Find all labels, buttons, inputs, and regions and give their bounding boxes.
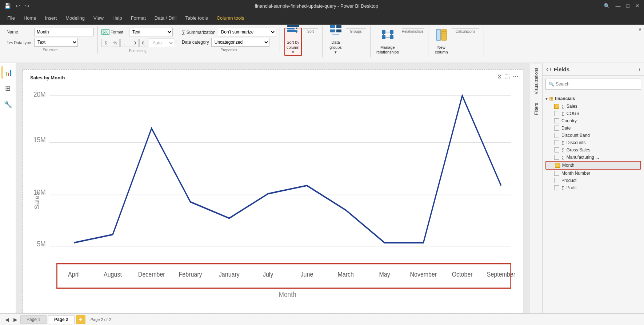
search-titlebar-icon[interactable]: 🔍	[604, 3, 610, 9]
menu-data-drill[interactable]: Data / Drill	[150, 14, 181, 22]
save-icon[interactable]: 💾	[4, 3, 11, 9]
structure-label: Structure	[7, 48, 94, 52]
field-checkbox-discount-band[interactable]	[554, 133, 559, 138]
menu-table-tools[interactable]: Table tools	[181, 14, 212, 22]
formatting-label: Formatting	[101, 49, 174, 53]
undo-icon[interactable]: ↩	[16, 3, 20, 9]
pct-btn[interactable]: %	[111, 39, 120, 47]
field-item-discounts[interactable]: ∑ Discounts	[545, 139, 641, 146]
comma-btn[interactable]: ,	[120, 39, 129, 47]
sidebar-report-icon[interactable]: 📊	[1, 66, 15, 79]
menu-column-tools[interactable]: Column tools	[212, 14, 249, 22]
auto-select[interactable]: Auto	[149, 39, 174, 47]
format-label: $% Format	[101, 30, 127, 34]
field-label-profit: Profit	[567, 185, 577, 190]
chart-toolbar: ⧖ ⬚ ⋯	[497, 73, 519, 80]
page-prev-btn[interactable]: ◀	[4, 316, 11, 323]
manage-relationships-icon	[381, 29, 394, 44]
field-checkbox-month-number[interactable]	[554, 171, 559, 176]
ribbon-group-groups: Datagroups ▾ Groups	[323, 26, 371, 58]
menu-file[interactable]: File	[3, 14, 19, 22]
field-item-cogs[interactable]: ∑ COGS	[545, 110, 641, 117]
field-checkbox-month[interactable]: ✓	[555, 163, 560, 168]
menu-home[interactable]: Home	[19, 14, 41, 22]
fields-expand-icon[interactable]: ›	[639, 66, 640, 72]
visualizations-tab[interactable]: Visualizations	[532, 63, 541, 99]
field-checkbox-gross-sales[interactable]	[554, 147, 559, 152]
chart-container: ⧖ ⬚ ⋯ Sales by Month 20M 15M 10M 5M	[23, 70, 523, 313]
manage-relationships-button[interactable]: Managerelationships	[375, 28, 400, 56]
page-status: Page 2 of 2	[91, 317, 111, 322]
field-item-date[interactable]: Date	[545, 124, 641, 132]
field-item-product[interactable]: Product	[545, 177, 641, 184]
structure-controls: Name 1₂₃ Data type Text Number Date	[7, 28, 94, 47]
field-checkbox-profit[interactable]	[554, 185, 559, 190]
field-checkbox-cogs[interactable]	[554, 111, 559, 116]
ribbon: Name 1₂₃ Data type Text Number Date Stru…	[0, 25, 644, 63]
field-checkbox-sales[interactable]: ✓	[554, 104, 559, 109]
format-row: $% Format Text Number Currency	[101, 28, 174, 36]
table-icon: ⊞	[549, 96, 553, 102]
filter-toolbar-icon[interactable]: ⧖	[497, 73, 501, 80]
field-item-gross-sales[interactable]: ∑ Gross Sales	[545, 146, 641, 154]
chart-body: 20M 15M 10M 5M Sales April August	[23, 80, 523, 313]
svg-rect-9	[332, 34, 339, 35]
menu-help[interactable]: Help	[108, 14, 127, 22]
datatype-select[interactable]: Text Number Date	[34, 38, 78, 47]
sigma-icon-profit: ∑	[561, 186, 564, 190]
close-button[interactable]: ✕	[635, 3, 640, 9]
page-tab-2[interactable]: Page 2	[48, 315, 75, 324]
minimize-button[interactable]: —	[616, 3, 621, 9]
sidebar-model-icon[interactable]: 🔧	[1, 98, 15, 111]
menu-view[interactable]: View	[89, 14, 108, 22]
page-tab-1[interactable]: Page 1	[20, 315, 47, 324]
search-input[interactable]	[556, 82, 638, 87]
field-item-month-number[interactable]: Month Number	[545, 170, 641, 177]
nav-prev-icon[interactable]: ‹	[546, 66, 548, 72]
sigma-icon-manufacturing: ∑	[561, 155, 564, 159]
svg-rect-2	[287, 30, 297, 32]
page-next-btn[interactable]: ▶	[12, 316, 19, 323]
nav-back-icon[interactable]: ‹	[549, 66, 551, 72]
field-checkbox-manufacturing[interactable]	[554, 155, 559, 160]
name-input[interactable]	[34, 28, 94, 36]
datacategory-select[interactable]: Uncategorized Address City Country	[211, 38, 269, 47]
sort-by-column-button[interactable]: Sort bycolumn ▾	[284, 28, 302, 56]
new-column-icon	[435, 29, 448, 44]
format-select[interactable]: Text Number Currency	[129, 28, 173, 36]
title-bar-left: 💾 ↩ ↪	[4, 3, 29, 9]
viz-filters-panel: Visualizations Filters	[530, 63, 542, 313]
financials-section: ▾ ⊞ financials ✓ ∑ Sales ∑ COGS	[543, 94, 644, 192]
add-page-button[interactable]: +	[76, 315, 85, 324]
field-item-country[interactable]: Country	[545, 117, 641, 124]
ribbon-collapse-button[interactable]: ∧	[638, 26, 642, 32]
filters-tab[interactable]: Filters	[532, 99, 541, 119]
decrease-dec-btn[interactable]: .0	[130, 39, 139, 47]
field-item-profit[interactable]: ∑ Profit	[545, 184, 641, 191]
data-groups-button[interactable]: Datagroups ▾	[327, 28, 344, 56]
field-item-manufacturing[interactable]: ∑ Manufacturing ...	[545, 154, 641, 161]
more-toolbar-icon[interactable]: ⋯	[513, 73, 519, 80]
field-item-discount-band[interactable]: Discount Band	[545, 132, 641, 139]
field-checkbox-date[interactable]	[554, 126, 559, 131]
summarization-select[interactable]: Don't summarize Sum Average Count	[218, 28, 276, 36]
field-checkbox-country[interactable]	[554, 118, 559, 123]
sidebar-data-icon[interactable]: ⊞	[1, 82, 15, 95]
svg-rect-8	[336, 29, 341, 32]
redo-icon[interactable]: ↪	[25, 3, 29, 9]
dollar-btn[interactable]: $	[101, 39, 110, 47]
focus-toolbar-icon[interactable]: ⬚	[504, 73, 510, 80]
field-item-month[interactable]: ✓ Month	[545, 161, 641, 170]
increase-dec-btn[interactable]: 0.	[139, 39, 148, 47]
field-checkbox-discounts[interactable]	[554, 140, 559, 145]
financials-header[interactable]: ▾ ⊞ financials	[545, 95, 641, 103]
field-item-sales[interactable]: ✓ ∑ Sales	[545, 103, 641, 110]
menu-insert[interactable]: Insert	[41, 14, 61, 22]
new-column-button[interactable]: Newcolumn	[433, 28, 450, 56]
name-label: Name	[7, 29, 32, 35]
maximize-button[interactable]: □	[627, 3, 629, 9]
datatype-label: 1₂₃ Data type	[7, 40, 32, 45]
menu-format[interactable]: Format	[127, 14, 150, 22]
menu-modeling[interactable]: Modeling	[61, 14, 89, 22]
field-checkbox-product[interactable]	[554, 178, 559, 183]
